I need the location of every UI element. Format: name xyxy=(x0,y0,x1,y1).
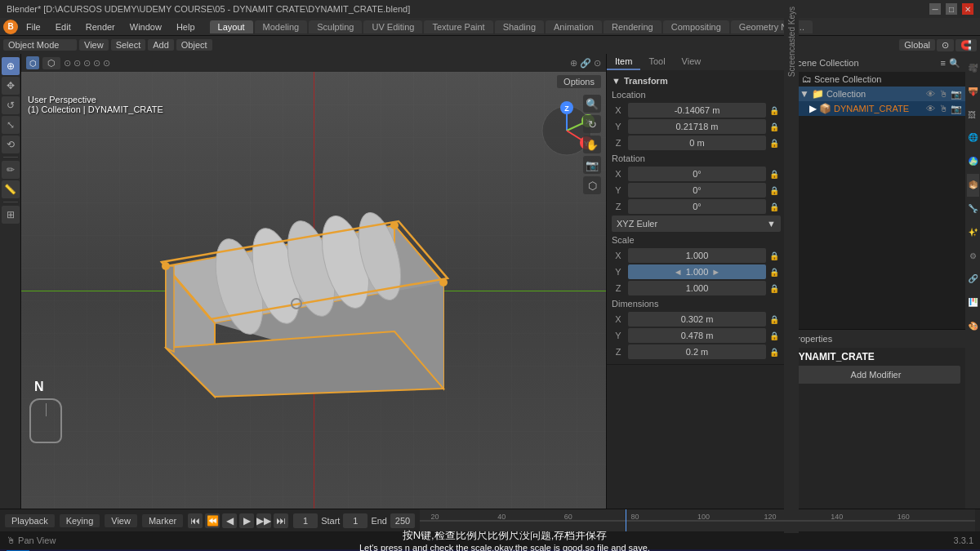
rotation-mode-dropdown[interactable]: XYZ Euler ▼ xyxy=(612,216,781,232)
material-tab[interactable]: 🎨 xyxy=(967,315,979,338)
transform-header[interactable]: ▼ Transform xyxy=(612,73,781,88)
modifier-props-tab[interactable]: 🔧 xyxy=(967,198,979,220)
camera-view-icon[interactable]: 📷 xyxy=(583,156,601,174)
render-preview-icon[interactable]: ⬡ xyxy=(583,176,601,194)
timeline-ruler[interactable]: 20 40 60 80 100 120 140 160 xyxy=(420,509,975,531)
close-btn[interactable]: ✕ xyxy=(962,3,973,15)
tool-measure[interactable]: 📏 xyxy=(2,180,20,198)
menu-help[interactable]: Help xyxy=(170,20,202,33)
outliner-dynamit-crate[interactable]: ▶ 📦 DYNAMIT_CRATE 👁 🖱 📷 xyxy=(786,101,965,116)
tool-rotate[interactable]: ↺ xyxy=(2,96,20,114)
loc-y-input[interactable]: 0.21718 m xyxy=(628,119,766,134)
blender-logo[interactable]: B xyxy=(3,20,18,34)
rot-x-lock[interactable]: 🔒 xyxy=(769,170,781,179)
visibility-icon[interactable]: 👁 xyxy=(924,89,936,100)
view-layer-tab[interactable]: 🖼 xyxy=(966,104,979,126)
tool-annotate[interactable]: ✏ xyxy=(2,161,20,179)
menu-edit[interactable]: Edit xyxy=(49,20,78,33)
step-forward-small-btn[interactable]: ◀ xyxy=(222,513,237,528)
menu-render[interactable]: Render xyxy=(79,20,122,33)
tab-uv-editing[interactable]: UV Editing xyxy=(363,20,422,33)
tab-layout[interactable]: Layout xyxy=(210,20,253,33)
mode-selector[interactable]: Object Mode xyxy=(3,39,77,51)
jump-start-btn[interactable]: ⏮ xyxy=(188,513,203,528)
tab-animation[interactable]: Animation xyxy=(546,20,602,33)
pan-view-icon[interactable]: ✋ xyxy=(583,136,601,153)
minimize-btn[interactable]: ─ xyxy=(929,3,941,15)
end-frame-input[interactable]: 250 xyxy=(390,513,415,528)
object-menu[interactable]: Object xyxy=(176,39,212,51)
render-icon[interactable]: 📷 xyxy=(951,89,962,100)
tab-item[interactable]: Item xyxy=(607,54,640,70)
scale-y-input[interactable]: ◄ 1.000 ► xyxy=(628,264,766,279)
tab-shading[interactable]: Shading xyxy=(495,20,544,33)
tab-tool[interactable]: Tool xyxy=(640,54,673,70)
rot-z-lock[interactable]: 🔒 xyxy=(769,202,781,211)
current-frame-input[interactable]: 1 xyxy=(293,513,318,528)
constraints-tab[interactable]: 🔗 xyxy=(967,268,979,291)
view-menu[interactable]: View xyxy=(79,39,109,51)
play-btn[interactable]: ▶ xyxy=(239,513,254,528)
loc-x-lock[interactable]: 🔒 xyxy=(769,106,781,115)
start-frame-input[interactable]: 1 xyxy=(343,513,368,528)
tab-view[interactable]: View xyxy=(674,54,710,70)
tool-move[interactable]: ✥ xyxy=(2,77,20,95)
selectable-icon[interactable]: 🖱 xyxy=(938,89,949,100)
rot-x-input[interactable]: 0° xyxy=(628,167,766,181)
tab-texture-paint[interactable]: Texture Paint xyxy=(424,20,492,33)
restore-btn[interactable]: □ xyxy=(946,3,957,15)
search-icon[interactable]: 🔍 xyxy=(949,58,960,69)
dim-x-lock[interactable]: 🔒 xyxy=(769,315,781,324)
loc-y-lock[interactable]: 🔒 xyxy=(769,122,781,131)
physics-tab[interactable]: ⚙ xyxy=(967,245,979,267)
rot-z-input[interactable]: 0° xyxy=(628,199,766,214)
output-props-tab[interactable]: 📤 xyxy=(967,81,979,104)
world-props-tab[interactable]: 🌍 xyxy=(967,150,979,173)
dim-z-input[interactable]: 0.2 m xyxy=(628,344,766,359)
tab-compositing[interactable]: Compositing xyxy=(663,20,729,33)
keying-menu[interactable]: Keying xyxy=(60,514,100,527)
rot-y-input[interactable]: 0° xyxy=(628,183,766,198)
loc-x-input[interactable]: -0.14067 m xyxy=(628,103,766,118)
data-tab[interactable]: 📊 xyxy=(967,291,979,314)
step-back-btn[interactable]: ⏪ xyxy=(205,513,220,528)
crate-selectable-icon[interactable]: 🖱 xyxy=(938,104,949,114)
tool-add[interactable]: ⊞ xyxy=(2,206,20,224)
tool-scale[interactable]: ⤡ xyxy=(2,116,20,134)
rotate-view-icon[interactable]: ↻ xyxy=(583,115,601,133)
crate-render-icon[interactable]: 📷 xyxy=(951,104,962,114)
tab-sculpting[interactable]: Sculpting xyxy=(309,20,362,33)
zoom-to-fit-icon[interactable]: 🔍 xyxy=(583,95,601,113)
particles-tab[interactable]: ✨ xyxy=(967,221,979,244)
outliner-scene-collection[interactable]: ▼ 🗂 Scene Collection xyxy=(786,72,965,87)
menu-file[interactable]: File xyxy=(20,20,47,33)
scale-x-input[interactable]: 1.000 xyxy=(628,248,766,263)
tool-transform[interactable]: ⟲ xyxy=(2,136,20,153)
step-forward-btn[interactable]: ▶▶ xyxy=(256,513,271,528)
marker-menu[interactable]: Marker xyxy=(142,514,183,527)
filter-icon[interactable]: ≡ xyxy=(941,58,946,69)
dim-y-lock[interactable]: 🔒 xyxy=(769,331,781,340)
playback-menu[interactable]: Playback xyxy=(5,514,55,527)
object-props-tab[interactable]: 📦 xyxy=(967,174,979,197)
scene-props-tab[interactable]: 🌐 xyxy=(967,127,979,149)
tab-geometry-nodes[interactable]: Geometry Noc... xyxy=(731,20,813,33)
transform-selector[interactable]: Global xyxy=(899,39,935,51)
view-menu-timeline[interactable]: View xyxy=(105,514,137,527)
dim-y-input[interactable]: 0.478 m xyxy=(628,328,766,343)
tool-cursor[interactable]: ⊕ xyxy=(2,57,20,75)
proportional-edit[interactable]: ⊙ xyxy=(937,39,954,51)
select-menu[interactable]: Select xyxy=(111,39,146,51)
scale-x-lock[interactable]: 🔒 xyxy=(769,251,781,260)
menu-window[interactable]: Window xyxy=(123,20,168,33)
rot-y-lock[interactable]: 🔒 xyxy=(769,186,781,195)
scale-z-lock[interactable]: 🔒 xyxy=(769,284,781,293)
dim-x-input[interactable]: 0.302 m xyxy=(628,312,766,327)
loc-z-input[interactable]: 0 m xyxy=(628,136,766,150)
options-button[interactable]: Options xyxy=(557,75,601,88)
render-props-tab[interactable]: 🎥 xyxy=(967,57,979,80)
viewport-mode-btn[interactable]: ⬡ xyxy=(42,57,60,69)
tab-modeling[interactable]: Modeling xyxy=(255,20,308,33)
dim-z-lock[interactable]: 🔒 xyxy=(769,348,781,357)
scale-z-input[interactable]: 1.000 xyxy=(628,281,766,295)
